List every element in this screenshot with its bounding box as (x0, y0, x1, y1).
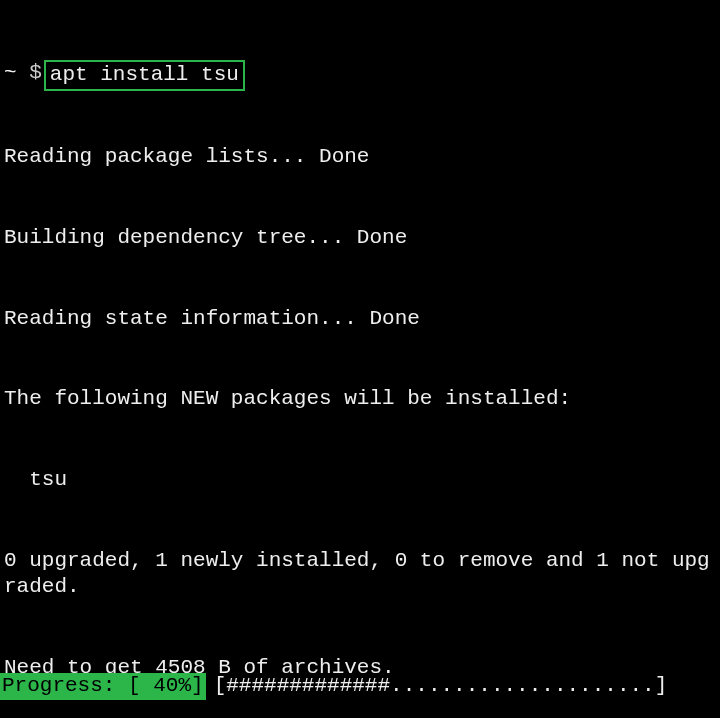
progress-bar: [#############.....................] (214, 673, 668, 700)
command-text: apt install tsu (50, 63, 239, 86)
output-line: tsu (4, 467, 716, 494)
output-line: The following NEW packages will be insta… (4, 386, 716, 413)
command-highlight-box: apt install tsu (44, 60, 245, 91)
progress-label: Progress: [ 40%] (0, 673, 206, 700)
prompt-line: ~ $ apt install tsu (4, 60, 716, 91)
output-line: 0 upgraded, 1 newly installed, 0 to remo… (4, 548, 716, 602)
prompt-tilde: ~ (4, 60, 17, 87)
output-line: Building dependency tree... Done (4, 225, 716, 252)
progress-row: Progress: [ 40%] [#############.........… (0, 673, 720, 700)
output-line: Reading package lists... Done (4, 144, 716, 171)
prompt-dollar: $ (29, 60, 42, 87)
terminal-output[interactable]: ~ $ apt install tsu Reading package list… (4, 6, 716, 718)
output-line: Reading state information... Done (4, 306, 716, 333)
